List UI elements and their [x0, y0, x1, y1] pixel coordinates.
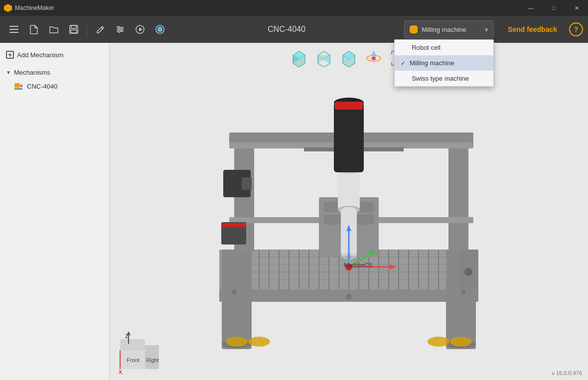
svg-point-11 [118, 30, 120, 32]
top-view-icon [340, 49, 358, 67]
svg-rect-101 [242, 177, 252, 190]
svg-rect-16 [14, 83, 20, 88]
dropdown-item-label: Robot cell [412, 44, 441, 51]
main-area: + Add Mechanism ▼ Mechanisms CNC-4040 [0, 43, 588, 380]
machine-type-menu: Robot cell ✓ Milling machine Swiss type … [394, 39, 494, 87]
svg-point-120 [346, 294, 352, 300]
dropdown-item-label: Swiss type machine [412, 75, 469, 82]
svg-point-84 [428, 337, 449, 347]
save-button[interactable] [65, 20, 83, 38]
dropdown-item-label: Milling machine [410, 59, 454, 67]
right-view-icon [315, 49, 333, 67]
orbit-view-icon [365, 49, 383, 67]
dropdown-item-swiss-type[interactable]: Swiss type machine [395, 71, 493, 86]
open-button[interactable] [45, 20, 63, 38]
hamburger-icon [9, 26, 18, 33]
minimize-button[interactable]: — [519, 0, 542, 16]
toolbar-separator-1 [87, 22, 87, 36]
close-button[interactable]: ✕ [565, 0, 588, 16]
svg-rect-99 [335, 102, 363, 110]
svg-text:Front: Front [127, 357, 140, 363]
mechanisms-label: Mechanisms [14, 69, 50, 76]
svg-point-118 [232, 289, 237, 294]
front-view-icon [290, 49, 308, 67]
svg-point-122 [464, 268, 472, 276]
menu-button[interactable] [5, 20, 23, 38]
send-feedback-label: Send feedback [508, 25, 557, 33]
svg-rect-1 [9, 29, 18, 30]
add-icon: + [6, 51, 14, 59]
sync-icon [155, 24, 165, 34]
mechanisms-header[interactable]: ▼ Mechanisms [0, 66, 109, 79]
machine-name: CNC-4040 [171, 25, 402, 34]
tree-section: ▼ Mechanisms CNC-4040 [0, 66, 109, 93]
version-label: v 16.0.0.476 [552, 370, 582, 376]
dropdown-item-robot-cell[interactable]: Robot cell [395, 40, 493, 55]
svg-rect-103 [221, 223, 246, 227]
view-controls [289, 48, 409, 69]
cnc-machine-icon [14, 82, 23, 91]
save-icon [69, 25, 78, 34]
svg-rect-2 [9, 32, 18, 33]
app-icon [4, 4, 12, 12]
check-icon: ✓ [401, 60, 406, 67]
view-front-button[interactable] [289, 48, 309, 69]
maximize-button[interactable]: □ [542, 0, 565, 16]
machine-type-dropdown[interactable]: Milling machine ▾ Robot cell ✓ Milling m… [404, 20, 494, 38]
play-icon [136, 25, 145, 34]
settings-button[interactable] [111, 20, 129, 38]
title-bar: MachineMaker — □ ✕ [0, 0, 588, 16]
svg-rect-0 [9, 26, 18, 27]
chevron-down-icon: ▾ [485, 26, 488, 33]
view-top-button[interactable] [338, 48, 359, 69]
play-button[interactable] [131, 20, 149, 38]
sync-button[interactable] [151, 20, 169, 38]
open-icon [49, 25, 59, 34]
svg-marker-29 [324, 51, 330, 55]
tree-expand-icon: ▼ [6, 70, 11, 75]
tree-item-label: CNC-4040 [27, 83, 57, 90]
svg-point-15 [158, 27, 162, 31]
view-right-button[interactable] [313, 48, 334, 69]
add-mechanism-button[interactable]: + Add Mechanism [0, 48, 109, 62]
window-controls: — □ ✕ [519, 0, 588, 16]
svg-point-119 [461, 289, 466, 294]
help-icon: ? [574, 25, 579, 33]
svg-rect-17 [20, 85, 22, 87]
viewport[interactable]: MachineCS Front Right Z [110, 43, 588, 380]
svg-point-81 [226, 337, 248, 347]
svg-rect-18 [14, 88, 22, 90]
tree-item-cnc4040[interactable]: CNC-4040 [0, 79, 109, 93]
svg-point-9 [118, 26, 120, 28]
new-file-button[interactable] [25, 20, 43, 38]
machine-dropdown-button[interactable]: Milling machine ▾ [404, 20, 494, 38]
cnc-machine-svg [179, 78, 518, 362]
svg-rect-86 [448, 137, 468, 252]
svg-marker-13 [139, 27, 143, 31]
toolbar: CNC-4040 Milling machine ▾ Robot cell ✓ … [0, 16, 588, 43]
svg-point-82 [450, 337, 472, 347]
svg-point-83 [248, 337, 270, 347]
svg-rect-4 [71, 25, 76, 28]
svg-rect-5 [71, 30, 77, 33]
coord-axes-svg: Front Right Z X [118, 329, 162, 374]
left-panel: + Add Mechanism ▼ Mechanisms CNC-4040 [0, 43, 110, 380]
svg-point-10 [121, 28, 123, 30]
svg-rect-97 [334, 103, 364, 172]
svg-rect-124 [120, 339, 145, 350]
add-mechanism-label: Add Mechanism [17, 51, 63, 59]
coordinate-indicator: Front Right Z X [118, 329, 162, 374]
view-orbit-button[interactable] [363, 48, 384, 69]
cnc-machine-viewport: MachineCS [179, 78, 518, 362]
help-button[interactable]: ? [569, 22, 583, 36]
svg-text:Right: Right [146, 357, 159, 363]
edit-button[interactable] [91, 20, 109, 38]
machine-dropdown-label: Milling machine [422, 26, 466, 33]
send-feedback-button[interactable]: Send feedback [502, 22, 563, 36]
svg-text:X: X [119, 369, 123, 374]
new-file-icon [29, 24, 38, 34]
machine-type-icon [410, 25, 418, 33]
dropdown-item-milling-machine[interactable]: ✓ Milling machine [395, 55, 493, 71]
edit-icon [95, 24, 105, 34]
svg-rect-94 [338, 170, 360, 210]
